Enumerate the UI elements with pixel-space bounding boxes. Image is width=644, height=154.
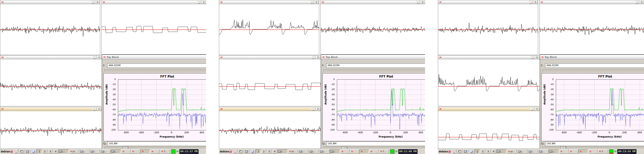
task-button-7[interactable]: ✕ — [569, 149, 578, 154]
close-button[interactable]: ✕ — [97, 56, 101, 59]
window-titlebar[interactable]: ✕ _ ✕ — [438, 55, 540, 59]
f2-input[interactable]: 145.8M — [326, 142, 425, 146]
minimize-button[interactable]: _ — [310, 0, 314, 3]
task-button-2[interactable]: j... — [298, 149, 308, 154]
task-button-8[interactable]: ✕ — [141, 149, 150, 154]
pager-desk-3[interactable]: 3 — [486, 149, 491, 154]
window-list-button[interactable] — [238, 149, 243, 154]
close-button[interactable]: ✕ — [316, 56, 320, 59]
minimize-button[interactable]: _ — [635, 0, 639, 3]
task-button-9[interactable]: ✕ — [150, 149, 160, 154]
task-button-7[interactable]: ✕ — [350, 149, 359, 154]
window-titlebar[interactable]: ✕ _ ✕ — [219, 0, 319, 4]
close-button[interactable]: ✕ — [535, 107, 539, 110]
browser-launcher-button[interactable] — [250, 149, 256, 154]
task-button-6[interactable]: ✕ — [340, 149, 350, 154]
task-button-5[interactable]: j... — [549, 149, 559, 154]
terminal-launcher-button[interactable] — [463, 149, 468, 154]
f-input[interactable]: 466.025M — [326, 63, 425, 68]
task-button-0[interactable]: j... — [496, 149, 506, 154]
task-button-1[interactable]: ✕pi... — [507, 149, 517, 154]
pager-desk-3[interactable]: 3 — [267, 149, 272, 154]
task-button-10[interactable]: ✕T... — [160, 149, 170, 154]
close-button[interactable]: ✕ — [314, 0, 318, 3]
pager-desk-2[interactable]: 2 — [42, 149, 47, 154]
f2-input[interactable]: 145.8M — [107, 142, 206, 146]
f-input[interactable]: 466.025M — [107, 63, 206, 68]
pager-desk-1[interactable]: 1 — [475, 149, 480, 154]
iconify-all-button[interactable]: _ — [233, 149, 238, 154]
pager-desk-4[interactable]: 4 — [272, 149, 277, 154]
task-button-3[interactable]: j... — [90, 149, 100, 154]
pager-desk-3[interactable]: 3 — [48, 149, 53, 154]
f-slider[interactable] — [104, 69, 206, 72]
pager-desk-2[interactable]: 2 — [480, 149, 485, 154]
task-button-1[interactable]: ✕pi... — [288, 149, 298, 154]
task-button-6[interactable]: ✕ — [121, 149, 130, 154]
window-titlebar[interactable]: ✕ _ ✕ — [219, 107, 320, 111]
minimize-button[interactable]: _ — [311, 107, 316, 110]
window-titlebar[interactable]: ✕ _ ✕ — [540, 0, 644, 4]
close-button[interactable]: ✕ — [97, 107, 101, 110]
pager-desk-2[interactable]: 2 — [261, 149, 266, 154]
window-list-button[interactable] — [457, 149, 462, 154]
minimize-button[interactable]: _ — [416, 0, 420, 3]
task-button-2[interactable]: j... — [518, 149, 528, 154]
window-titlebar[interactable]: ✕ _ ✕ — [219, 55, 320, 59]
iconify-all-button[interactable]: _ — [14, 149, 19, 154]
pager-desk-1[interactable]: 1 — [256, 149, 261, 154]
pager-desk-1[interactable]: 1 — [37, 149, 42, 154]
window-titlebar[interactable]: ✕ Top Block — [321, 55, 425, 60]
window-titlebar[interactable]: ✕ _ ✕ — [438, 107, 540, 111]
task-button-9[interactable]: ✕ — [588, 149, 598, 154]
terminal-launcher-button[interactable] — [244, 149, 249, 154]
close-button[interactable]: ✕ — [316, 107, 320, 110]
task-button-3[interactable]: j... — [528, 149, 538, 154]
task-button-1[interactable]: ✕pi... — [69, 149, 79, 154]
iconify-all-button[interactable]: _ — [452, 149, 457, 154]
close-button[interactable]: ✕ — [420, 0, 425, 3]
task-button-9[interactable]: ✕ — [369, 149, 378, 154]
task-button-3[interactable]: j... — [309, 149, 319, 154]
task-button-4[interactable]: j... — [320, 149, 330, 154]
pager-desk-4[interactable]: 4 — [53, 149, 58, 154]
task-button-4[interactable]: j... — [538, 149, 548, 154]
window-titlebar[interactable]: ✕ Top Block — [540, 55, 644, 60]
minimize-button[interactable]: _ — [92, 56, 96, 59]
minimize-button[interactable]: _ — [197, 0, 201, 3]
window-titlebar[interactable]: ✕ _ ✕ — [0, 55, 102, 59]
f-slider[interactable] — [542, 69, 644, 72]
window-titlebar[interactable]: ✕ _ ✕ — [438, 0, 538, 4]
task-button-5[interactable]: j... — [111, 149, 121, 154]
close-button[interactable]: ✕ — [96, 0, 100, 3]
task-button-8[interactable]: ✕ — [578, 149, 588, 154]
window-titlebar[interactable]: ✕ _ ✕ — [102, 0, 206, 4]
minimize-button[interactable]: _ — [91, 0, 95, 3]
f-input[interactable]: 466.025M — [545, 63, 644, 68]
task-button-6[interactable]: ✕ — [559, 149, 568, 154]
task-button-2[interactable]: j... — [80, 149, 90, 154]
task-button-0[interactable]: j... — [278, 149, 288, 154]
task-button-7[interactable]: ✕ — [131, 149, 140, 154]
close-button[interactable]: ✕ — [640, 0, 644, 3]
f2-input[interactable]: 145.8M — [545, 142, 644, 146]
close-button[interactable]: ✕ — [202, 0, 206, 3]
minimize-button[interactable]: _ — [311, 56, 316, 59]
window-titlebar[interactable]: ✕ _ ✕ — [0, 107, 102, 111]
window-titlebar[interactable]: ✕ Top Block — [102, 55, 206, 60]
window-titlebar[interactable]: ✕ _ ✕ — [0, 0, 100, 4]
window-titlebar[interactable]: ✕ _ ✕ — [320, 0, 425, 4]
task-button-5[interactable]: j... — [330, 149, 340, 154]
task-button-4[interactable]: j... — [100, 149, 110, 154]
minimize-button[interactable]: _ — [530, 107, 534, 110]
task-button-10[interactable]: ✕T... — [379, 149, 389, 154]
f-slider[interactable] — [323, 69, 425, 72]
task-button-0[interactable]: j... — [58, 149, 69, 154]
browser-launcher-button[interactable] — [31, 149, 36, 154]
task-button-10[interactable]: ✕T... — [598, 149, 608, 154]
task-button-8[interactable]: ✕ — [360, 149, 369, 154]
terminal-launcher-button[interactable] — [25, 149, 30, 154]
window-list-button[interactable] — [19, 149, 24, 154]
close-button[interactable]: ✕ — [535, 56, 539, 59]
pager-desk-4[interactable]: 4 — [491, 149, 496, 154]
